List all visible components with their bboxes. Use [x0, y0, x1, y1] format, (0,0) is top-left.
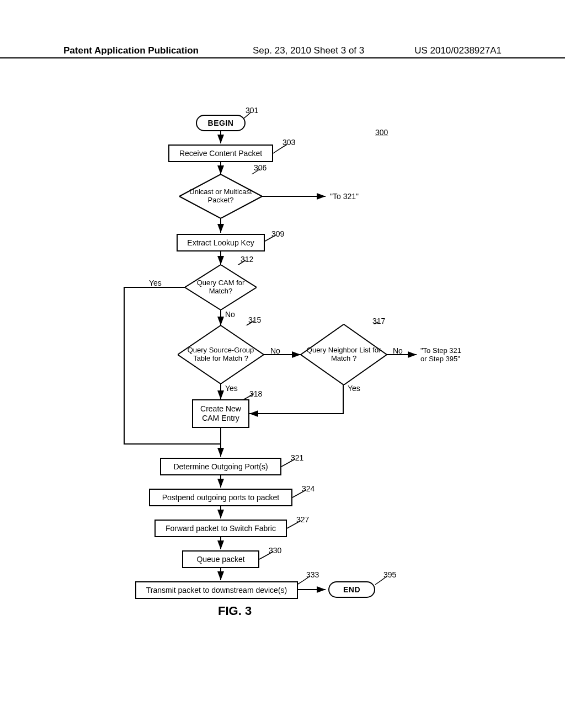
ref-324: 324 [302, 484, 315, 493]
query-source-group-decision: Query Source-Group Table for Match ? [178, 325, 264, 384]
postpend-outgoing-ports: Postpend outgoing ports to packet [149, 489, 292, 506]
ref-395: 395 [383, 570, 396, 579]
create-new-cam-entry: Create New CAM Entry [192, 399, 249, 428]
n317-right-text: "To Step 321 or Step 395" [420, 346, 461, 363]
n312-no: No [225, 310, 235, 319]
n306-label: Unicast or Multicast Packet? [179, 174, 262, 218]
ref-333: 333 [306, 570, 319, 579]
n324-label: Postpend outgoing ports to packet [162, 493, 279, 502]
queue-packet: Queue packet [182, 550, 259, 568]
ref-301: 301 [246, 106, 258, 115]
transmit-packet-downstream: Transmit packet to downstream device(s) [135, 581, 298, 599]
n303-label: Receive Content Packet [179, 149, 262, 158]
end-terminator: END [328, 581, 375, 598]
receive-content-packet: Receive Content Packet [168, 144, 273, 162]
ref-321: 321 [291, 453, 303, 462]
n306-right-text: "To 321" [330, 192, 359, 201]
query-neighbor-list-decision: Query Neighbor List for Match ? [301, 324, 387, 385]
n315-yes: Yes [225, 384, 238, 393]
n317-label: Query Neighbor List for Match ? [301, 324, 387, 385]
forward-packet-switch-fabric: Forward packet to Switch Fabric [154, 520, 287, 537]
ref-303: 303 [282, 138, 295, 147]
begin-label: BEGIN [208, 119, 234, 128]
ref-330: 330 [269, 546, 281, 555]
n315-no: No [270, 346, 280, 355]
n327-label: Forward packet to Switch Fabric [166, 524, 276, 533]
n333-label: Transmit packet to downstream device(s) [146, 586, 287, 595]
n321-label: Determine Outgoing Port(s) [173, 462, 268, 472]
n317-no: No [393, 346, 403, 355]
arrows-layer [0, 0, 565, 728]
n309-label: Extract Lookup Key [187, 238, 254, 248]
n315-label: Query Source-Group Table for Match ? [178, 325, 264, 384]
query-cam-decision: Query CAM for Match? [185, 265, 257, 310]
ref-306: 306 [254, 163, 266, 172]
unicast-or-multicast-decision: Unicast or Multicast Packet? [179, 174, 262, 218]
end-label: END [343, 585, 360, 595]
page-canvas: Patent Application Publication Sep. 23, … [0, 0, 565, 728]
n318-label: Create New CAM Entry [200, 404, 241, 423]
n317-yes: Yes [348, 384, 360, 393]
figure-caption: FIG. 3 [218, 604, 252, 618]
ref-315: 315 [248, 315, 261, 324]
ref-312: 312 [241, 255, 253, 264]
ref-327: 327 [296, 515, 309, 524]
determine-outgoing-ports: Determine Outgoing Port(s) [160, 458, 281, 475]
ref-317: 317 [372, 317, 385, 325]
ref-309: 309 [271, 229, 284, 238]
ref-318: 318 [249, 389, 262, 398]
n330-label: Queue packet [196, 555, 244, 564]
begin-terminator: BEGIN [196, 115, 246, 131]
n312-label: Query CAM for Match? [185, 265, 257, 310]
n312-yes: Yes [149, 279, 162, 287]
extract-lookup-key: Extract Lookup Key [177, 234, 265, 251]
